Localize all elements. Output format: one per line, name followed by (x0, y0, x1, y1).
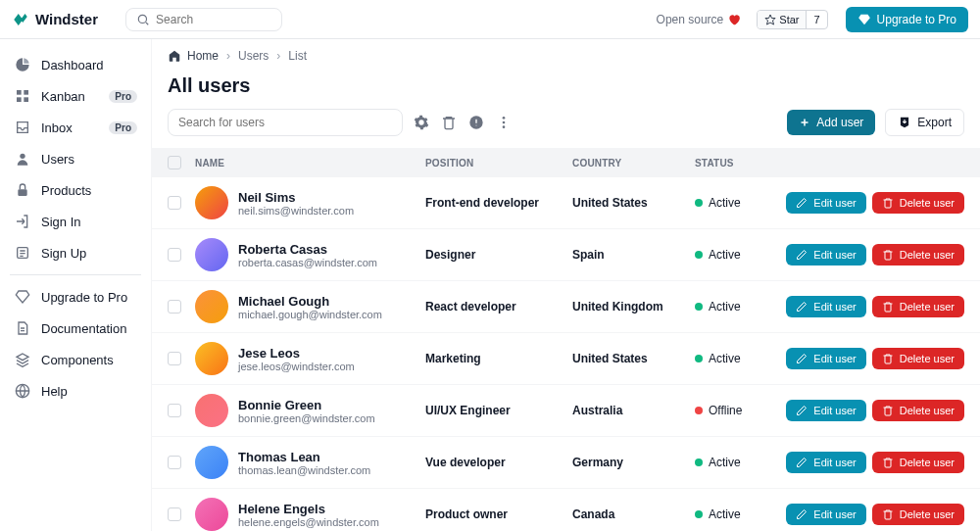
user-status: Active (695, 507, 773, 521)
add-user-button[interactable]: Add user (787, 110, 875, 135)
sidebar-item-upgrade-to-pro[interactable]: Upgrade to Pro (6, 281, 145, 313)
avatar (195, 498, 228, 531)
breadcrumb-users[interactable]: Users (238, 49, 269, 63)
settings-icon[interactable] (413, 114, 430, 131)
edit-icon (796, 457, 808, 468)
edit-icon (796, 353, 808, 364)
form-icon (14, 244, 31, 262)
user-email: bonnie.green@windster.com (238, 412, 375, 424)
avatar (195, 290, 228, 323)
sidebar-item-kanban[interactable]: Kanban Pro (6, 80, 145, 112)
svg-point-6 (20, 154, 24, 159)
sidebar-item-label: Components (41, 353, 114, 367)
global-search-input[interactable] (156, 13, 271, 26)
topbar: Windster Open source Star 7 Upgrade to P… (0, 0, 980, 39)
brand-logo[interactable]: Windster (12, 11, 98, 28)
delete-user-button[interactable]: Delete user (872, 400, 964, 421)
sidebar-item-label: Sign In (41, 215, 80, 229)
row-checkbox[interactable] (168, 507, 181, 521)
open-source-link[interactable]: Open source (657, 13, 742, 26)
row-checkbox[interactable] (168, 196, 181, 210)
lock-icon (14, 181, 31, 199)
svg-point-0 (138, 15, 146, 23)
edit-user-button[interactable]: Edit user (786, 296, 865, 317)
delete-user-button[interactable]: Delete user (872, 296, 964, 317)
edit-user-button[interactable]: Edit user (786, 504, 865, 525)
table-row: Roberta Casas roberta.casas@windster.com… (152, 229, 980, 281)
th-position[interactable]: Position (425, 158, 572, 169)
avatar (195, 238, 228, 271)
delete-user-button[interactable]: Delete user (872, 192, 964, 214)
breadcrumb-list: List (288, 49, 307, 63)
gem-icon (14, 288, 31, 306)
sidebar-item-help[interactable]: Help (6, 375, 145, 407)
row-checkbox[interactable] (168, 456, 181, 469)
edit-user-button[interactable]: Edit user (786, 244, 865, 266)
user-position: UI/UX Engineer (425, 404, 572, 417)
table-row: Thomas Lean thomas.lean@windster.com Vue… (152, 437, 980, 489)
edit-user-button[interactable]: Edit user (786, 400, 865, 421)
row-checkbox[interactable] (168, 404, 181, 417)
sidebar-item-users[interactable]: Users (6, 143, 145, 174)
row-checkbox[interactable] (168, 300, 181, 314)
global-search[interactable] (125, 8, 282, 31)
svg-rect-7 (18, 189, 26, 196)
gem-icon (858, 13, 871, 26)
brand-name: Windster (35, 11, 98, 27)
delete-user-button[interactable]: Delete user (872, 504, 964, 525)
export-button[interactable]: Export (885, 109, 964, 136)
user-email: jese.leos@windster.com (238, 361, 355, 372)
delete-user-button[interactable]: Delete user (872, 244, 964, 266)
user-country: Spain (572, 248, 695, 262)
upgrade-button[interactable]: Upgrade to Pro (846, 7, 968, 32)
trash-icon[interactable] (440, 114, 458, 131)
table-row: Michael Gough michael.gough@windster.com… (152, 281, 980, 333)
select-all-checkbox[interactable] (168, 156, 181, 169)
user-country: United Kingdom (572, 300, 695, 314)
trash-icon (882, 353, 894, 364)
user-position: Marketing (425, 352, 572, 365)
star-icon (764, 14, 776, 25)
row-checkbox[interactable] (168, 352, 181, 365)
trash-icon (882, 405, 894, 416)
sidebar-item-sign-up[interactable]: Sign Up (6, 237, 145, 268)
sidebar-item-products[interactable]: Products (6, 174, 145, 206)
github-star-button[interactable]: Star 7 (757, 10, 827, 29)
user-name: Neil Sims (238, 190, 354, 205)
more-icon[interactable] (495, 114, 513, 131)
user-email: helene.engels@windster.com (238, 516, 379, 528)
edit-icon (796, 197, 808, 209)
sidebar-item-inbox[interactable]: Inbox Pro (6, 112, 145, 143)
sidebar: Dashboard Kanban Pro Inbox Pro Users Pro… (0, 39, 152, 531)
th-country[interactable]: Country (572, 158, 695, 169)
chevron-right-icon: › (226, 49, 230, 63)
delete-user-button[interactable]: Delete user (872, 348, 964, 369)
edit-user-button[interactable]: Edit user (786, 192, 865, 214)
sidebar-item-label: Upgrade to Pro (41, 290, 127, 305)
th-name[interactable]: Name (195, 158, 425, 169)
pro-badge: Pro (109, 90, 137, 103)
table-row: Neil Sims neil.sims@windster.com Front-e… (152, 177, 980, 229)
sidebar-item-dashboard[interactable]: Dashboard (6, 49, 145, 80)
breadcrumb-home[interactable]: Home (168, 49, 219, 63)
table-row: Bonnie Green bonnie.green@windster.com U… (152, 385, 980, 437)
edit-user-button[interactable]: Edit user (786, 348, 865, 369)
user-search-input[interactable] (178, 116, 392, 129)
sidebar-item-sign-in[interactable]: Sign In (6, 206, 145, 237)
user-status: Active (695, 352, 773, 365)
th-status[interactable]: Status (695, 158, 773, 169)
alert-icon[interactable] (467, 114, 485, 131)
inbox-icon (14, 119, 31, 136)
user-icon (14, 150, 31, 168)
sidebar-item-components[interactable]: Components (6, 344, 145, 375)
edit-user-button[interactable]: Edit user (786, 452, 865, 473)
user-search[interactable] (168, 109, 403, 136)
avatar (195, 342, 228, 375)
row-checkbox[interactable] (168, 248, 181, 262)
logo-icon (12, 11, 29, 28)
delete-user-button[interactable]: Delete user (872, 452, 964, 473)
page-title: All users (152, 72, 980, 109)
sidebar-item-documentation[interactable]: Documentation (6, 313, 145, 344)
user-position: Front-end developer (425, 196, 572, 210)
user-name: Jese Leos (238, 346, 355, 361)
